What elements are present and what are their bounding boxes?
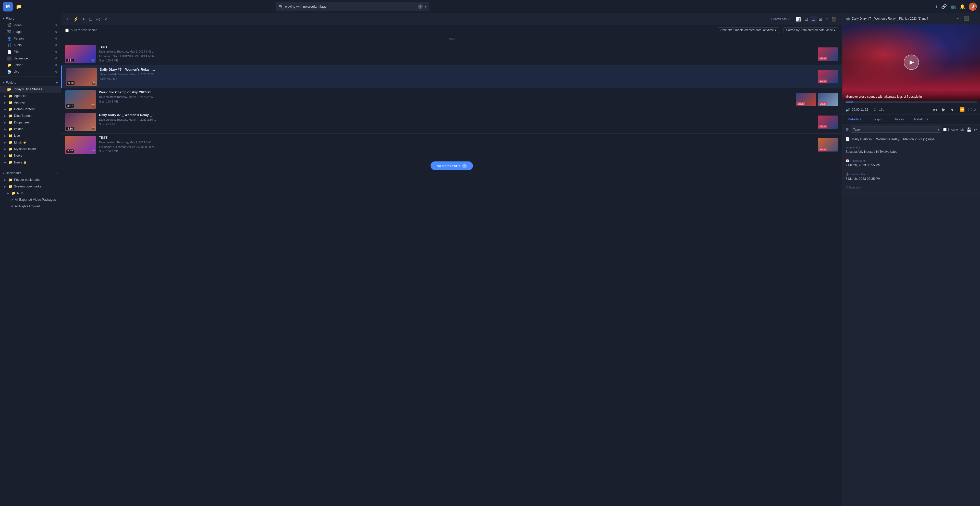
thumbnail-4: 2:07 🎬 (65, 136, 96, 154)
no-more-close-icon[interactable]: × (462, 163, 467, 168)
meta-label-created-on: ➕ Created On (845, 173, 977, 176)
folder-live[interactable]: ▶ 📁 Live (0, 132, 61, 139)
checkbox-view-btn[interactable]: ☑ (803, 16, 810, 23)
result-info-4: TEST Date created: Thursday, May 9, 2024… (99, 136, 815, 154)
rp-minimize-button[interactable]: ⬛ (963, 15, 970, 22)
filter-file-label: File (14, 50, 19, 54)
list-view-btn[interactable]: ☰ (810, 16, 817, 23)
result-size-1: Size: 49.9 MB (100, 77, 815, 81)
bookmark-all-exported[interactable]: ↗ All Exported Video Packages (0, 197, 61, 203)
rp-header-actions: ⋯ ⬛ → (956, 15, 977, 22)
link-exported-icon: ↗ (10, 198, 13, 202)
notifications-icon[interactable]: 🔔 (959, 4, 965, 10)
filter-live[interactable]: 📡 Live 0 (0, 68, 61, 75)
meta-undo-button[interactable]: ↩ (974, 127, 977, 132)
export-view-btn[interactable]: ⬛ (830, 16, 838, 23)
wave-button[interactable]: ≈ (82, 16, 86, 23)
check-button[interactable]: ✓ (103, 15, 109, 23)
tab-history[interactable]: History (888, 115, 909, 124)
meta-field-created-on: ➕ Created On 7 March, 2023 02:35 PM (842, 170, 980, 183)
target-button[interactable]: ◎ (95, 15, 101, 23)
tv-icon[interactable]: 📺 (950, 4, 956, 10)
fast-fwd-button[interactable]: ⏩ (958, 106, 966, 113)
expand-button[interactable]: ⤢ (974, 108, 977, 112)
filter-file[interactable]: 📄 File 0 (0, 48, 61, 55)
filter-folder[interactable]: 📁 Folder 0 (0, 62, 61, 68)
tab-logging[interactable]: Logging (866, 115, 888, 124)
time-current: 00:00:11:22 (852, 108, 868, 111)
video-play-button[interactable] (904, 55, 919, 70)
folder-news[interactable]: ▶ 📁 News (0, 152, 61, 159)
folder-my-share[interactable]: ▶ 📁 My share folder (0, 146, 61, 152)
meta-value-created-on: 7 March, 2023 02:35 PM (845, 177, 977, 181)
folder-label-news: News (14, 154, 22, 157)
link-icon[interactable]: 🔗 (941, 4, 947, 10)
meta-label-ai-summary: AI Summary (845, 186, 977, 189)
sort-button[interactable]: Sorted by: item created date, desc ▾ (783, 27, 838, 33)
play-button[interactable]: ▶ (941, 106, 947, 113)
bookmark-nhk[interactable]: ▶ 📁 NHK (0, 190, 61, 197)
grid-view-btn[interactable]: ⊞ (817, 16, 824, 23)
result-card[interactable]: 2:11 🎬 TEST Date created: Thursday, May … (61, 43, 842, 65)
info-icon[interactable]: ℹ (936, 4, 938, 10)
add-bookmark-button[interactable]: + (56, 171, 58, 176)
show-empty-checkbox[interactable] (943, 128, 947, 131)
fullscreen-button[interactable]: ⛶ (968, 108, 972, 112)
audio-icon: 🎵 (7, 43, 11, 47)
filter-video[interactable]: 🎬 Video 5 (0, 22, 61, 29)
progress-bar[interactable] (845, 102, 977, 103)
waveform-view-btn[interactable]: 📊 (794, 16, 802, 23)
folder-archive[interactable]: ▶ 📁 Archive (0, 99, 61, 106)
step-back-button[interactable]: ⏮ (932, 107, 939, 113)
meta-save-button[interactable]: 💾 (966, 127, 972, 132)
visual-badge-2-0: Visual (797, 102, 805, 105)
bookmark-all-rights[interactable]: ↗ All Rights Expired (0, 203, 61, 209)
folder-mimir[interactable]: ▶ 📁 Mimir ⚡ (0, 139, 61, 146)
result-card-selected[interactable]: 3:16 🎬 Daily Diary #7 _ Women's Relay _.… (61, 65, 842, 88)
folder-agencies[interactable]: ▶ 📁 Agencies (0, 93, 61, 99)
filter-audio[interactable]: 🎵 Audio 0 (0, 42, 61, 48)
filter-person[interactable]: 👤 Person 0 (0, 35, 61, 42)
result-card-3[interactable]: 3:16 🎬 Daily Diary #7 _ Women's Relay _.… (61, 111, 842, 134)
result-card-4[interactable]: 2:07 🎬 TEST Date created: Thursday, May … (61, 134, 842, 156)
filters-header[interactable]: ▾ Filters (0, 15, 61, 22)
rp-close-button[interactable]: → (971, 15, 977, 22)
folder-icon[interactable]: 📁 (16, 4, 21, 10)
filter-image[interactable]: 🖼 Image 0 (0, 29, 61, 35)
result-date-4: Date created: Thursday, May 9, 2024 3:46… (99, 140, 815, 145)
folder-dina-stories[interactable]: ▶ 📁 Dina Stories (0, 113, 61, 119)
add-folder-button[interactable]: + (56, 80, 58, 85)
tab-relations[interactable]: Relations (909, 115, 933, 124)
square-button[interactable]: □ (88, 16, 93, 23)
folder-demo[interactable]: ▶ 📁 Demo Content (0, 106, 61, 113)
add-item-button[interactable]: + (65, 16, 70, 23)
auto-refresh-checkbox[interactable] (65, 29, 68, 32)
app-logo[interactable]: M (3, 2, 13, 11)
results-area: Auto refresh search Date filter: media c… (61, 25, 842, 506)
filter-sequence[interactable]: ⬛ Sequence 0 (0, 55, 61, 62)
details-view-btn[interactable]: ≡ (824, 16, 829, 23)
bookmark-system[interactable]: ▶ 📁 System bookmarks (0, 183, 61, 190)
user-avatar[interactable]: U (969, 3, 977, 11)
folder-dropshare[interactable]: ▶ 📁 Dropshare (0, 119, 61, 126)
folder-keldas[interactable]: ▶ 📁 keldas (0, 126, 61, 132)
volume-icon[interactable]: 🔊 (845, 108, 850, 112)
bookmarks-toggle-icon[interactable]: ▾ (3, 172, 4, 175)
no-more-button[interactable]: No more results × (431, 162, 473, 170)
tab-metadata[interactable]: Metadata (842, 115, 866, 124)
result-thumbs-2: Visual Visual (796, 90, 838, 109)
search-clear-button[interactable]: × (418, 4, 423, 9)
date-filter-button[interactable]: Date filter: media created date, anytime… (718, 27, 779, 33)
lightning-button[interactable]: ⚡ (72, 15, 80, 23)
folder-todays-dina-stories[interactable]: 📂 Today's Dina Stories (0, 86, 61, 93)
rp-more-button[interactable]: ⋯ (956, 15, 962, 22)
search-input[interactable] (285, 5, 416, 8)
step-fwd-button[interactable]: ⏭ (949, 107, 956, 113)
search-caret-icon[interactable]: ▾ (425, 5, 426, 8)
result-card-2[interactable]: 8:57 🎬 World Ski Championship 2023 Pl...… (61, 88, 842, 111)
folder-news-locked[interactable]: ▶ 📁 News 🔒 (0, 159, 61, 165)
type-select[interactable]: Type (851, 127, 941, 133)
folders-toggle-icon[interactable]: ▾ (3, 81, 4, 84)
metadata-panel: ☰ Type ▾ Show empty 💾 ↩ 📄 Daily Diary #7… (842, 124, 980, 506)
bookmark-private[interactable]: ▶ 📁 Private bookmarks (0, 176, 61, 183)
